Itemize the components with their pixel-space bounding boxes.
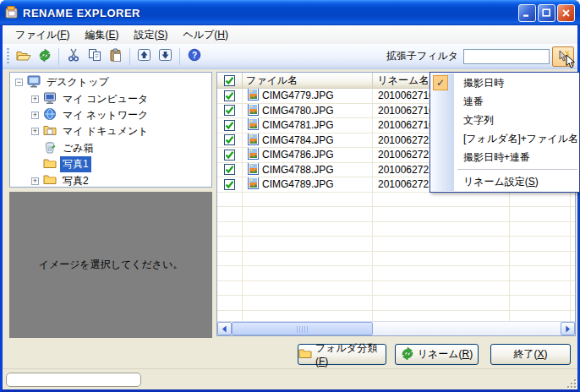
extension-filter-label: 拡張子フィルタ [386,49,458,63]
row-checkbox[interactable] [224,90,235,101]
image-preview-panel: イメージを選択してください。 [9,192,212,338]
app-icon [5,5,19,21]
cut-icon [68,48,79,64]
paste-button[interactable] [105,46,126,67]
folder-icon [43,158,57,172]
tree-item-label[interactable]: マイ ネットワーク [60,107,150,123]
tree-expander[interactable]: + [31,128,39,135]
exit-button[interactable]: 終了(X) [490,344,571,365]
menu-item-settings[interactable]: 設定(S) [126,25,175,45]
tree-item[interactable]: −デスクトップ [10,74,211,90]
tree-item[interactable]: +マイ コンピュータ [10,90,211,106]
image-file-icon [248,148,259,162]
image-file-icon [248,118,259,133]
horizontal-scrollbar[interactable] [217,321,575,335]
tree-item-label[interactable]: 写真1 [60,156,91,172]
title-bar[interactable]: RENAME EXPLORER [0,0,580,25]
menu-item-file[interactable]: ファイル(F) [8,25,77,45]
empty-row [217,266,575,281]
menu-item[interactable]: 撮影日時+連番 [430,148,579,166]
image-file-icon [248,133,259,148]
select-all-header[interactable] [217,73,243,88]
resize-grip[interactable] [566,378,576,388]
computer-icon [43,91,57,107]
row-checkbox[interactable] [224,120,235,131]
button-label: 終了(X) [513,347,547,362]
desktop-icon [27,74,41,90]
image-file-icon [248,89,259,103]
status-bar [3,368,577,389]
scroll-left-button[interactable] [217,322,232,335]
maximize-button[interactable] [538,4,555,22]
tree-expander[interactable]: + [31,112,39,119]
tree-item[interactable]: 写真1 [10,156,211,172]
row-checkbox[interactable] [224,179,235,190]
tree-item-label[interactable]: マイ コンピュータ [60,91,150,107]
tree-item-label[interactable]: デスクトップ [44,74,112,90]
folder-sort-button[interactable]: フォルダ分類(F) [298,344,386,365]
tree-expander[interactable]: + [31,177,39,185]
tree-item[interactable]: ごみ箱 [10,140,211,156]
mouse-cursor-icon [565,54,577,72]
file-name-cell: CIMG4788.JPG [243,163,373,177]
toolbar-separator [58,48,59,65]
move-down-button[interactable] [155,46,176,67]
tree-item-label[interactable]: 写真2 [60,173,91,188]
button-label: リネーム(R) [418,347,473,362]
move-down-icon [158,48,172,64]
help-button[interactable]: ? [183,46,205,67]
tree-item[interactable]: +マイ ドキュメント [10,123,211,139]
row-checkbox[interactable] [224,105,235,116]
row-checkbox[interactable] [224,164,235,175]
rename-button[interactable] [34,46,55,67]
tree-item-label[interactable]: ごみ箱 [60,140,96,156]
tree-item[interactable]: +写真2 [10,172,211,188]
menu-item[interactable]: リネーム設定(S) [430,172,579,191]
row-checkbox[interactable] [224,134,235,145]
file-name-text: CIMG4784.JPG [262,134,334,146]
menu-item-edit[interactable]: 編集(E) [77,25,126,45]
menu-item[interactable]: 撮影日時✓ [430,74,579,92]
move-up-button[interactable] [134,46,155,67]
rename-mode-dropdown-button[interactable] [552,46,574,67]
open-folder-icon [15,49,31,64]
file-name-text: CIMG4779.JPG [262,90,334,101]
menu-item[interactable]: 文字列 [430,111,579,129]
rename-button[interactable]: リネーム(R) [395,344,479,365]
row-checkbox[interactable] [224,150,235,161]
image-file-icon [248,104,259,118]
file-name-text: CIMG4781.JPG [262,119,334,131]
toolbar-grip[interactable] [7,48,9,65]
cut-button[interactable] [63,46,84,67]
select-all-checkbox[interactable] [224,75,235,86]
folder-icon [43,174,57,188]
menu-item[interactable]: 連番 [430,92,579,111]
tree-item-label[interactable]: マイ ドキュメント [60,123,151,139]
status-field [6,373,141,387]
open-folder-button[interactable] [13,46,34,67]
image-file-icon [248,163,259,177]
minimize-button[interactable] [518,4,536,22]
scrollbar-thumb[interactable] [232,322,373,335]
rename-icon [38,48,52,64]
scroll-right-button[interactable] [561,322,575,335]
paste-icon [109,48,123,64]
toolbar: ? 拡張子フィルタ [3,44,577,69]
close-button[interactable] [557,4,575,22]
recycle-icon [43,140,57,156]
image-file-icon [248,177,259,192]
menu-item-help[interactable]: ヘルプ(H) [176,25,237,45]
toolbar-separator [179,48,180,65]
tree-expander[interactable]: − [15,79,23,86]
checked-indicator-icon: ✓ [433,75,448,90]
column-header-file-name[interactable]: ファイル名 [243,73,373,88]
file-name-cell: CIMG4781.JPG [243,118,373,133]
tree-item[interactable]: +マイ ネットワーク [10,107,211,123]
copy-button[interactable] [84,46,105,67]
tree-expander[interactable]: + [31,95,39,103]
menu-item[interactable]: [フォルダ名]+ファイル名 [430,129,579,148]
folder-icon [298,348,312,362]
extension-filter-input[interactable] [463,49,550,64]
app-window: RENAME EXPLORER ファイル(F)編集(E)設定(S)ヘルプ(H) … [0,0,580,392]
file-name-cell: CIMG4789.JPG [243,177,373,192]
